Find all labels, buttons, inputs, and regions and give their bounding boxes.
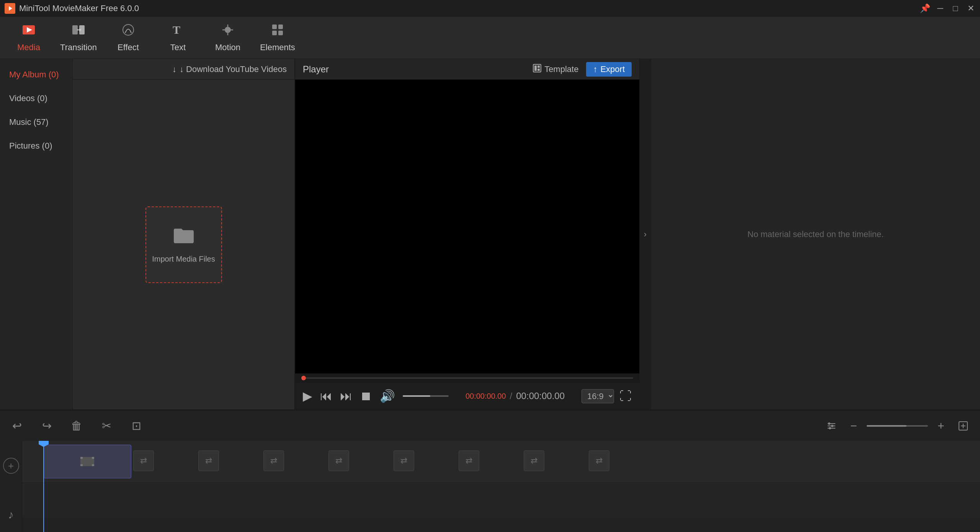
- zoom-out-icon[interactable]: −: [844, 417, 863, 435]
- svg-rect-13: [278, 31, 283, 35]
- play-button[interactable]: ▶: [303, 389, 312, 403]
- motion-icon: [221, 23, 235, 40]
- svg-rect-11: [278, 25, 283, 29]
- elements-label: Elements: [260, 43, 295, 52]
- export-icon: ↑: [593, 64, 597, 74]
- transition-slot-1[interactable]: ⇄: [133, 450, 154, 471]
- crop-button[interactable]: ⊡: [127, 417, 145, 435]
- title-bar-left: MiniTool MovieMaker Free 6.0.0: [5, 3, 139, 14]
- audio-track: [22, 483, 980, 517]
- toolbar: Media Transition Effect T Text Motion: [0, 17, 980, 59]
- media-label: Media: [17, 43, 40, 52]
- delete-button[interactable]: 🗑: [67, 417, 86, 435]
- sidebar-item-music[interactable]: Music (57): [0, 110, 72, 134]
- player-controls-right: 16:9 9:16 4:3 1:1 ⛶: [581, 389, 632, 403]
- svg-rect-17: [537, 69, 540, 71]
- redo-button[interactable]: ↪: [38, 417, 56, 435]
- download-icon: ↓: [172, 64, 176, 74]
- collapse-arrow-icon: ›: [644, 229, 647, 239]
- svg-text:T: T: [173, 23, 180, 36]
- import-media-box[interactable]: Import Media Files: [145, 206, 222, 283]
- toolbar-text[interactable]: T Text: [153, 21, 203, 55]
- time-total: 00:00:00.00: [516, 391, 565, 401]
- transition-icon: [72, 23, 85, 40]
- transition-slot-6[interactable]: ⇄: [459, 450, 479, 471]
- text-label: Text: [170, 43, 186, 52]
- audio-track-icon: ♪: [8, 508, 14, 521]
- zoom-controls: − +: [822, 417, 972, 435]
- toolbar-media[interactable]: Media: [4, 21, 54, 55]
- sidebar-item-album[interactable]: My Album (0): [0, 63, 72, 87]
- sidebar: My Album (0) Videos (0) Music (57) Pictu…: [0, 59, 73, 409]
- scrubber-track[interactable]: [301, 377, 633, 379]
- pin-button[interactable]: 📌: [920, 4, 929, 13]
- transition-slot-8[interactable]: ⇄: [589, 450, 609, 471]
- motion-label: Motion: [215, 43, 240, 52]
- add-track-button[interactable]: +: [3, 458, 19, 474]
- text-icon: T: [171, 23, 185, 40]
- toolbar-motion[interactable]: Motion: [203, 21, 253, 55]
- export-btn[interactable]: ↑ Export: [586, 62, 632, 77]
- template-btn[interactable]: Template: [533, 64, 578, 75]
- svg-point-9: [225, 27, 231, 33]
- media-icon: [22, 23, 36, 40]
- cut-button[interactable]: ✂: [97, 417, 116, 435]
- download-youtube-btn[interactable]: ↓ ↓ Download YouTube Videos: [172, 64, 287, 74]
- svg-rect-26: [80, 457, 83, 459]
- sidebar-item-videos[interactable]: Videos (0): [0, 87, 72, 110]
- volume-slider[interactable]: [403, 395, 449, 397]
- prev-button[interactable]: ⏮: [320, 389, 332, 403]
- toolbar-effect[interactable]: Effect: [103, 21, 153, 55]
- close-button[interactable]: ✕: [966, 4, 975, 13]
- player-area: Player Template ↑ Export: [295, 59, 980, 409]
- transition-slot-3[interactable]: ⇄: [263, 450, 284, 471]
- volume-icon[interactable]: 🔊: [380, 389, 395, 403]
- timeline-left-gutter: + ♪: [0, 441, 22, 532]
- player-header: Player Template ↑ Export: [295, 59, 639, 80]
- zoom-in-icon[interactable]: +: [932, 417, 950, 435]
- collapse-handle[interactable]: ›: [639, 59, 651, 409]
- svg-point-22: [831, 425, 833, 427]
- stop-button[interactable]: ⏹: [360, 389, 372, 403]
- zoom-slider[interactable]: [867, 425, 928, 427]
- maximize-button[interactable]: □: [951, 4, 960, 13]
- svg-rect-15: [534, 65, 537, 71]
- player-panel: Player Template ↑ Export: [295, 59, 639, 409]
- svg-rect-4: [72, 25, 78, 34]
- content-area: My Album (0) Videos (0) Music (57) Pictu…: [0, 59, 980, 409]
- media-panel: ↓ ↓ Download YouTube Videos Import Media…: [73, 59, 294, 409]
- transition-slot-5[interactable]: ⇄: [394, 450, 414, 471]
- transition-slot-7[interactable]: ⇄: [524, 450, 544, 471]
- player-scrubber[interactable]: [295, 373, 639, 383]
- fit-icon[interactable]: [954, 417, 972, 435]
- timeline-playhead: [43, 441, 44, 532]
- sidebar-item-pictures[interactable]: Pictures (0): [0, 134, 72, 158]
- transition-slot-4[interactable]: ⇄: [328, 450, 349, 471]
- app-icon: [5, 3, 15, 14]
- fullscreen-button[interactable]: ⛶: [619, 389, 632, 403]
- toolbar-elements[interactable]: Elements: [253, 21, 302, 55]
- volume-mixer-icon[interactable]: [822, 417, 841, 435]
- player-controls-left: ▶ ⏮ ⏭ ⏹ 🔊: [303, 389, 449, 403]
- export-label: Export: [600, 64, 625, 74]
- timeline-toolbar: ↩ ↪ 🗑 ✂ ⊡ − +: [0, 410, 980, 441]
- next-button[interactable]: ⏭: [340, 389, 352, 403]
- time-current: 00:00:00.00: [466, 392, 506, 401]
- effect-label: Effect: [118, 43, 139, 52]
- undo-button[interactable]: ↩: [8, 417, 26, 435]
- template-label: Template: [544, 64, 578, 74]
- template-icon: [533, 64, 541, 75]
- bottom-area: ↩ ↪ 🗑 ✂ ⊡ − +: [0, 409, 980, 532]
- toolbar-transition[interactable]: Transition: [54, 21, 103, 55]
- media-toolbar: ↓ ↓ Download YouTube Videos: [73, 59, 294, 80]
- svg-rect-16: [537, 65, 540, 68]
- import-label: Import Media Files: [152, 255, 215, 264]
- minimize-button[interactable]: ─: [936, 4, 945, 13]
- video-clip[interactable]: [43, 445, 131, 478]
- zoom-fill: [867, 425, 906, 427]
- ratio-select[interactable]: 16:9 9:16 4:3 1:1: [581, 389, 614, 403]
- no-material-text: No material selected on the timeline.: [740, 222, 892, 247]
- transition-slot-2[interactable]: ⇄: [198, 450, 219, 471]
- folder-icon: [172, 226, 195, 249]
- video-track: ⇄ ⇄ ⇄ ⇄ ⇄ ⇄ ⇄ ⇄: [22, 441, 980, 483]
